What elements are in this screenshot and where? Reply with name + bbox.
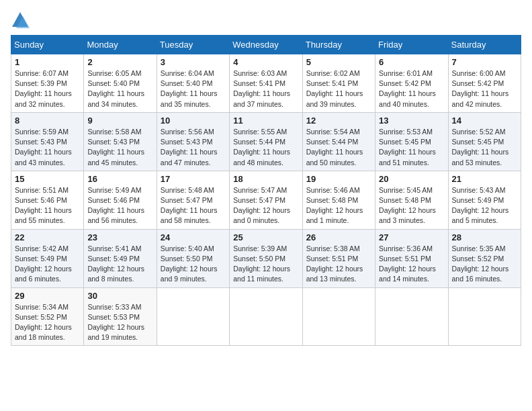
day-info: Sunrise: 5:34 AM Sunset: 5:52 PM Dayligh… bbox=[15, 302, 80, 343]
day-number: 29 bbox=[15, 291, 80, 301]
day-info: Sunrise: 5:55 AM Sunset: 5:44 PM Dayligh… bbox=[233, 127, 298, 168]
day-number: 22 bbox=[15, 232, 80, 242]
day-info: Sunrise: 5:51 AM Sunset: 5:46 PM Dayligh… bbox=[15, 185, 80, 226]
day-number: 21 bbox=[452, 174, 517, 184]
day-cell bbox=[230, 287, 302, 346]
day-number: 20 bbox=[379, 174, 444, 184]
day-info: Sunrise: 5:33 AM Sunset: 5:53 PM Dayligh… bbox=[87, 302, 152, 343]
day-number: 23 bbox=[87, 232, 152, 242]
day-number: 30 bbox=[87, 291, 152, 301]
day-number: 2 bbox=[87, 57, 152, 67]
calendar-header-row: SundayMondayTuesdayWednesdayThursdayFrid… bbox=[11, 36, 521, 54]
day-number: 13 bbox=[379, 116, 444, 126]
day-cell: 4Sunrise: 6:03 AM Sunset: 5:41 PM Daylig… bbox=[230, 54, 302, 113]
day-cell: 16Sunrise: 5:49 AM Sunset: 5:46 PM Dayli… bbox=[84, 171, 157, 229]
day-number: 15 bbox=[15, 174, 80, 184]
day-cell bbox=[448, 287, 521, 346]
day-cell: 9Sunrise: 5:58 AM Sunset: 5:43 PM Daylig… bbox=[84, 112, 157, 171]
day-cell: 19Sunrise: 5:46 AM Sunset: 5:48 PM Dayli… bbox=[302, 171, 375, 229]
week-row-1: 1Sunrise: 6:07 AM Sunset: 5:39 PM Daylig… bbox=[11, 54, 521, 113]
day-info: Sunrise: 5:35 AM Sunset: 5:52 PM Dayligh… bbox=[452, 244, 517, 285]
day-number: 1 bbox=[15, 57, 80, 67]
day-info: Sunrise: 5:52 AM Sunset: 5:45 PM Dayligh… bbox=[452, 127, 517, 168]
day-cell: 14Sunrise: 5:52 AM Sunset: 5:45 PM Dayli… bbox=[448, 112, 521, 171]
day-number: 8 bbox=[15, 116, 80, 126]
day-info: Sunrise: 5:47 AM Sunset: 5:47 PM Dayligh… bbox=[233, 185, 298, 226]
day-info: Sunrise: 6:01 AM Sunset: 5:42 PM Dayligh… bbox=[379, 68, 444, 109]
day-cell: 2Sunrise: 6:05 AM Sunset: 5:40 PM Daylig… bbox=[84, 54, 157, 113]
day-cell: 1Sunrise: 6:07 AM Sunset: 5:39 PM Daylig… bbox=[11, 54, 84, 113]
day-number: 18 bbox=[233, 174, 298, 184]
day-cell: 28Sunrise: 5:35 AM Sunset: 5:52 PM Dayli… bbox=[448, 229, 521, 287]
day-info: Sunrise: 5:54 AM Sunset: 5:44 PM Dayligh… bbox=[306, 127, 371, 168]
day-info: Sunrise: 6:03 AM Sunset: 5:41 PM Dayligh… bbox=[233, 68, 298, 109]
day-info: Sunrise: 5:56 AM Sunset: 5:43 PM Dayligh… bbox=[161, 127, 226, 168]
day-cell: 5Sunrise: 6:02 AM Sunset: 5:41 PM Daylig… bbox=[302, 54, 375, 113]
day-cell bbox=[302, 287, 375, 346]
day-info: Sunrise: 5:46 AM Sunset: 5:48 PM Dayligh… bbox=[306, 185, 371, 226]
day-info: Sunrise: 5:38 AM Sunset: 5:51 PM Dayligh… bbox=[306, 244, 371, 285]
day-info: Sunrise: 5:48 AM Sunset: 5:47 PM Dayligh… bbox=[161, 185, 226, 226]
day-number: 17 bbox=[161, 174, 226, 184]
day-cell: 27Sunrise: 5:36 AM Sunset: 5:51 PM Dayli… bbox=[375, 229, 448, 287]
week-row-2: 8Sunrise: 5:59 AM Sunset: 5:43 PM Daylig… bbox=[11, 112, 521, 171]
day-cell: 29Sunrise: 5:34 AM Sunset: 5:52 PM Dayli… bbox=[11, 287, 84, 346]
day-info: Sunrise: 6:05 AM Sunset: 5:40 PM Dayligh… bbox=[87, 68, 152, 109]
day-cell: 23Sunrise: 5:41 AM Sunset: 5:49 PM Dayli… bbox=[84, 229, 157, 287]
day-info: Sunrise: 5:53 AM Sunset: 5:45 PM Dayligh… bbox=[379, 127, 444, 168]
day-header-monday: Monday bbox=[84, 36, 157, 54]
day-info: Sunrise: 5:42 AM Sunset: 5:49 PM Dayligh… bbox=[15, 244, 80, 285]
day-cell: 15Sunrise: 5:51 AM Sunset: 5:46 PM Dayli… bbox=[11, 171, 84, 229]
day-cell: 26Sunrise: 5:38 AM Sunset: 5:51 PM Dayli… bbox=[302, 229, 375, 287]
day-number: 27 bbox=[379, 232, 444, 242]
day-number: 25 bbox=[233, 232, 298, 242]
week-row-4: 22Sunrise: 5:42 AM Sunset: 5:49 PM Dayli… bbox=[11, 229, 521, 287]
day-cell: 3Sunrise: 6:04 AM Sunset: 5:40 PM Daylig… bbox=[157, 54, 229, 113]
day-cell: 18Sunrise: 5:47 AM Sunset: 5:47 PM Dayli… bbox=[230, 171, 302, 229]
day-header-wednesday: Wednesday bbox=[230, 36, 302, 54]
day-cell: 21Sunrise: 5:43 AM Sunset: 5:49 PM Dayli… bbox=[448, 171, 521, 229]
day-number: 16 bbox=[87, 174, 152, 184]
day-number: 9 bbox=[87, 116, 152, 126]
day-header-thursday: Thursday bbox=[302, 36, 375, 54]
day-number: 5 bbox=[306, 57, 371, 67]
day-info: Sunrise: 5:40 AM Sunset: 5:50 PM Dayligh… bbox=[161, 244, 226, 285]
day-info: Sunrise: 5:49 AM Sunset: 5:46 PM Dayligh… bbox=[87, 185, 152, 226]
day-number: 4 bbox=[233, 57, 298, 67]
day-cell: 30Sunrise: 5:33 AM Sunset: 5:53 PM Dayli… bbox=[84, 287, 157, 346]
day-cell: 12Sunrise: 5:54 AM Sunset: 5:44 PM Dayli… bbox=[302, 112, 375, 171]
day-header-saturday: Saturday bbox=[448, 36, 521, 54]
day-cell: 24Sunrise: 5:40 AM Sunset: 5:50 PM Dayli… bbox=[157, 229, 229, 287]
day-number: 26 bbox=[306, 232, 371, 242]
day-number: 12 bbox=[306, 116, 371, 126]
day-info: Sunrise: 5:43 AM Sunset: 5:49 PM Dayligh… bbox=[452, 185, 517, 226]
week-row-3: 15Sunrise: 5:51 AM Sunset: 5:46 PM Dayli… bbox=[11, 171, 521, 229]
week-row-5: 29Sunrise: 5:34 AM Sunset: 5:52 PM Dayli… bbox=[11, 287, 521, 346]
day-cell: 17Sunrise: 5:48 AM Sunset: 5:47 PM Dayli… bbox=[157, 171, 229, 229]
day-number: 11 bbox=[233, 116, 298, 126]
day-info: Sunrise: 6:07 AM Sunset: 5:39 PM Dayligh… bbox=[15, 68, 80, 109]
day-info: Sunrise: 5:36 AM Sunset: 5:51 PM Dayligh… bbox=[379, 244, 444, 285]
day-number: 3 bbox=[161, 57, 226, 67]
day-number: 19 bbox=[306, 174, 371, 184]
day-header-tuesday: Tuesday bbox=[157, 36, 229, 54]
day-cell: 6Sunrise: 6:01 AM Sunset: 5:42 PM Daylig… bbox=[375, 54, 448, 113]
day-cell: 13Sunrise: 5:53 AM Sunset: 5:45 PM Dayli… bbox=[375, 112, 448, 171]
day-info: Sunrise: 5:45 AM Sunset: 5:48 PM Dayligh… bbox=[379, 185, 444, 226]
day-info: Sunrise: 6:00 AM Sunset: 5:42 PM Dayligh… bbox=[452, 68, 517, 109]
day-cell: 22Sunrise: 5:42 AM Sunset: 5:49 PM Dayli… bbox=[11, 229, 84, 287]
day-number: 10 bbox=[161, 116, 226, 126]
day-number: 6 bbox=[379, 57, 444, 67]
day-cell: 20Sunrise: 5:45 AM Sunset: 5:48 PM Dayli… bbox=[375, 171, 448, 229]
day-cell: 7Sunrise: 6:00 AM Sunset: 5:42 PM Daylig… bbox=[448, 54, 521, 113]
day-number: 24 bbox=[161, 232, 226, 242]
day-header-friday: Friday bbox=[375, 36, 448, 54]
logo bbox=[11, 11, 32, 30]
day-info: Sunrise: 5:58 AM Sunset: 5:43 PM Dayligh… bbox=[87, 127, 152, 168]
day-number: 14 bbox=[452, 116, 517, 126]
calendar: SundayMondayTuesdayWednesdayThursdayFrid… bbox=[11, 35, 521, 346]
day-cell: 25Sunrise: 5:39 AM Sunset: 5:50 PM Dayli… bbox=[230, 229, 302, 287]
day-info: Sunrise: 5:59 AM Sunset: 5:43 PM Dayligh… bbox=[15, 127, 80, 168]
day-cell: 8Sunrise: 5:59 AM Sunset: 5:43 PM Daylig… bbox=[11, 112, 84, 171]
day-header-sunday: Sunday bbox=[11, 36, 84, 54]
